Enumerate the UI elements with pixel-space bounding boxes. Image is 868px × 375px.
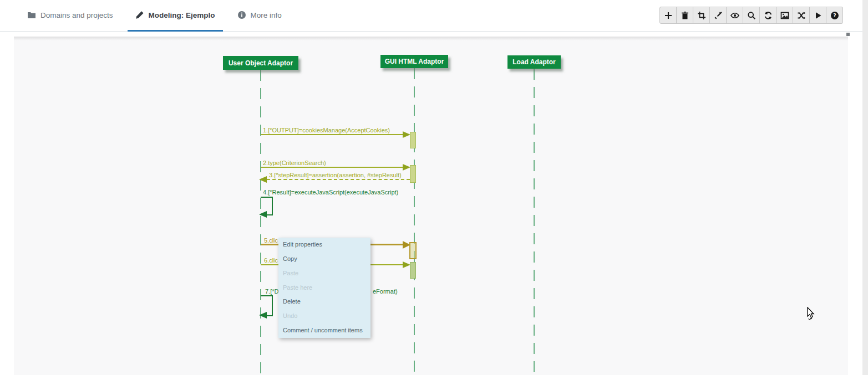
search-icon bbox=[747, 11, 756, 20]
message-3-arrowhead-icon bbox=[259, 176, 267, 183]
refresh-button[interactable] bbox=[759, 7, 776, 24]
message-6-label[interactable]: 6.clic bbox=[264, 257, 278, 264]
message-4-arrowhead-icon bbox=[259, 211, 267, 218]
info-icon bbox=[237, 11, 246, 19]
add-icon bbox=[664, 11, 673, 20]
context-menu-item-comment-uncomment[interactable]: Comment / uncomment items bbox=[278, 323, 370, 338]
delete-button[interactable] bbox=[676, 7, 693, 24]
activation-bar-selected[interactable] bbox=[409, 242, 417, 259]
lifeline-name: Load Adaptor bbox=[512, 58, 556, 66]
sequence-diagram-canvas[interactable]: User Object Adaptor GUI HTML Adaptor Loa… bbox=[14, 37, 848, 375]
message-2-label[interactable]: 2.type(CriterionSearch) bbox=[263, 160, 326, 166]
help-button[interactable]: ? bbox=[826, 7, 843, 24]
context-menu-item-paste: Paste bbox=[278, 266, 370, 281]
magic-wand-icon bbox=[714, 11, 723, 20]
activation-bar[interactable] bbox=[410, 132, 416, 148]
message-3-line[interactable] bbox=[267, 179, 410, 180]
message-2-arrowhead-icon bbox=[403, 164, 410, 171]
message-5-label[interactable]: 5.clic bbox=[264, 237, 278, 244]
add-button[interactable] bbox=[659, 7, 677, 24]
message-7-label-right[interactable]: eFormat) bbox=[373, 288, 398, 295]
tab-label: More info bbox=[251, 11, 282, 19]
tab-modeling-ejemplo[interactable]: Modeling: Ejemplo bbox=[128, 0, 223, 32]
message-4-label[interactable]: 4.[*Result]=executeJavaScript(executeJav… bbox=[263, 189, 398, 196]
message-1-arrowhead-icon bbox=[403, 131, 410, 138]
refresh-icon bbox=[764, 11, 773, 20]
message-1-label[interactable]: 1.[*OUTPUT]=cookiesManage(AcceptCookies) bbox=[263, 127, 390, 133]
help-icon: ? bbox=[830, 11, 839, 20]
context-menu-item-undo: Undo bbox=[278, 309, 370, 323]
message-3-label[interactable]: 3.[*stepResult]=assertion(assertion, #st… bbox=[269, 172, 402, 178]
message-7-label-left[interactable]: 7.[*D bbox=[265, 288, 278, 295]
lifeline-header-gui-html-adaptor[interactable]: GUI HTML Adaptor bbox=[380, 55, 448, 68]
message-6-arrowhead-icon bbox=[403, 261, 410, 268]
context-menu-item-copy[interactable]: Copy bbox=[278, 252, 370, 266]
magic-wand-button[interactable] bbox=[709, 7, 727, 24]
diagram-toolbar: ? bbox=[659, 7, 843, 24]
lifeline-header-user-object-adaptor[interactable]: User Object Adaptor bbox=[223, 56, 298, 70]
shuffle-icon bbox=[797, 11, 806, 20]
tab-label: Domains and projects bbox=[40, 11, 113, 19]
image-button[interactable] bbox=[776, 7, 793, 24]
top-navigation-bar: Domains and projects Modeling: Ejemplo M… bbox=[0, 0, 863, 32]
message-2-line[interactable] bbox=[261, 167, 404, 168]
shuffle-button[interactable] bbox=[793, 7, 810, 24]
message-1-line[interactable] bbox=[261, 134, 404, 135]
trash-icon bbox=[681, 11, 689, 20]
context-menu: Edit properties Copy Paste Paste here De… bbox=[278, 238, 370, 338]
crop-button[interactable] bbox=[693, 7, 710, 24]
vertical-scrollbar[interactable] bbox=[862, 0, 868, 375]
eye-icon bbox=[730, 11, 739, 20]
message-7-arrowhead-icon bbox=[259, 312, 267, 319]
tab-more-info[interactable]: More info bbox=[230, 0, 290, 32]
lifeline-user-object-adaptor[interactable] bbox=[260, 70, 261, 375]
tab-label: Modeling: Ejemplo bbox=[149, 11, 215, 19]
lifeline-load-adaptor[interactable] bbox=[534, 69, 535, 375]
svg-text:?: ? bbox=[833, 12, 836, 18]
lifeline-name: User Object Adaptor bbox=[229, 59, 293, 67]
canvas-top-shadow bbox=[14, 37, 848, 40]
activation-bar[interactable] bbox=[410, 262, 416, 279]
tab-domains-and-projects[interactable]: Domains and projects bbox=[19, 0, 121, 32]
context-menu-item-edit-properties[interactable]: Edit properties bbox=[278, 238, 370, 252]
context-menu-item-paste-here: Paste here bbox=[278, 281, 370, 295]
search-button[interactable] bbox=[743, 7, 760, 24]
context-menu-item-delete[interactable]: Delete bbox=[278, 295, 370, 309]
mouse-cursor-icon bbox=[806, 307, 819, 325]
lifeline-gui-html-adaptor[interactable] bbox=[414, 68, 415, 375]
run-button[interactable] bbox=[809, 7, 826, 24]
visibility-button[interactable] bbox=[726, 7, 743, 24]
tab-bar: Domains and projects Modeling: Ejemplo M… bbox=[19, 0, 296, 32]
pencil-icon bbox=[135, 11, 144, 19]
lifeline-header-load-adaptor[interactable]: Load Adaptor bbox=[507, 55, 561, 69]
activation-bar[interactable] bbox=[410, 165, 416, 183]
play-icon bbox=[814, 11, 823, 20]
crop-icon bbox=[697, 11, 706, 20]
folder-icon bbox=[27, 11, 36, 19]
lifeline-name: GUI HTML Adaptor bbox=[385, 58, 444, 65]
image-icon bbox=[780, 11, 789, 20]
canvas-resize-handle[interactable] bbox=[846, 33, 850, 36]
